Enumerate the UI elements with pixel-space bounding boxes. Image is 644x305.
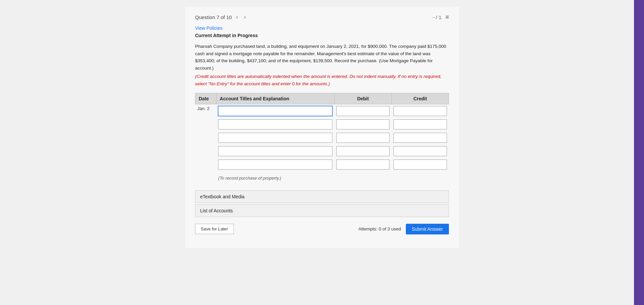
italic-note-cell: (To record purchase of property.) <box>216 171 449 187</box>
right-bottom: Attempts: 0 of 3 used Submit Answer <box>358 224 449 234</box>
col-date: Date <box>195 93 216 104</box>
table-row <box>195 158 449 171</box>
debit-cell-5 <box>334 158 391 171</box>
credit-cell-1 <box>391 104 449 118</box>
prev-arrow[interactable]: ‹ <box>234 13 239 21</box>
credit-cell-2 <box>391 118 449 131</box>
journal-table: Date Account Titles and Explanation Debi… <box>195 93 449 187</box>
debit-cell-3 <box>334 131 391 144</box>
credit-cell-3 <box>391 131 449 144</box>
account-input-1[interactable] <box>218 106 332 116</box>
account-cell-3 <box>216 131 334 144</box>
debit-cell-4 <box>334 144 391 158</box>
top-bar: Question 7 of 10 ‹ › - / 1 ≡ <box>195 13 449 21</box>
account-cell-1 <box>216 104 334 118</box>
date-cell-empty-3 <box>195 131 216 144</box>
date-cell-empty-2 <box>195 118 216 131</box>
table-row <box>195 131 449 144</box>
main-content: Question 7 of 10 ‹ › - / 1 ≡ View Polici… <box>185 7 459 248</box>
attempts-text: Attempts: 0 of 3 used <box>358 226 401 231</box>
date-cell-empty-5 <box>195 158 216 171</box>
save-later-button[interactable]: Save for Later <box>195 224 234 234</box>
etextbook-accordion[interactable]: eTextbook and Media <box>195 190 449 203</box>
note-date-empty <box>195 171 216 187</box>
italic-note: (To record purchase of property.) <box>218 173 447 185</box>
bottom-bar: Save for Later Attempts: 0 of 3 used Sub… <box>195 224 449 234</box>
page-indicator: - / 1 <box>433 14 442 20</box>
date-cell-empty-4 <box>195 144 216 158</box>
question-label: Question 7 of 10 <box>195 14 232 20</box>
debit-input-4[interactable] <box>336 146 389 156</box>
credit-input-2[interactable] <box>393 119 447 129</box>
debit-input-1[interactable] <box>336 106 389 116</box>
submit-answer-button[interactable]: Submit Answer <box>406 224 449 234</box>
credit-input-4[interactable] <box>393 146 447 156</box>
credit-input-5[interactable] <box>393 160 447 170</box>
account-input-5[interactable] <box>218 160 332 170</box>
debit-input-2[interactable] <box>336 119 389 129</box>
view-policies-link[interactable]: View Policies <box>195 25 449 31</box>
table-row <box>195 118 449 131</box>
col-credit: Credit <box>391 93 449 104</box>
account-cell-4 <box>216 144 334 158</box>
question-nav: Question 7 of 10 ‹ › <box>195 13 248 21</box>
debit-input-5[interactable] <box>336 160 389 170</box>
note-row: (To record purchase of property.) <box>195 171 449 187</box>
account-cell-5 <box>216 158 334 171</box>
col-debit: Debit <box>334 93 391 104</box>
list-icon[interactable]: ≡ <box>445 14 449 21</box>
next-arrow[interactable]: › <box>242 13 247 21</box>
table-row: Jan. 2 <box>195 104 449 118</box>
col-account: Account Titles and Explanation <box>216 93 334 104</box>
list-accounts-accordion[interactable]: List of Accounts <box>195 204 449 217</box>
table-row <box>195 144 449 158</box>
account-input-2[interactable] <box>218 119 332 129</box>
question-body: Pharoah Company purchased land, a buildi… <box>195 43 449 72</box>
account-cell-2 <box>216 118 334 131</box>
date-cell: Jan. 2 <box>195 104 216 118</box>
credit-input-1[interactable] <box>393 106 447 116</box>
debit-cell-2 <box>334 118 391 131</box>
credit-cell-4 <box>391 144 449 158</box>
credit-note: (Credit account titles are automatically… <box>195 73 449 87</box>
account-input-4[interactable] <box>218 146 332 156</box>
debit-cell-1 <box>334 104 391 118</box>
credit-cell-5 <box>391 158 449 171</box>
debit-input-3[interactable] <box>336 133 389 143</box>
current-attempt-label: Current Attempt in Progress <box>195 33 449 38</box>
right-panel <box>634 0 644 255</box>
account-input-3[interactable] <box>218 133 332 143</box>
top-right: - / 1 ≡ <box>433 14 449 21</box>
credit-input-3[interactable] <box>393 133 447 143</box>
